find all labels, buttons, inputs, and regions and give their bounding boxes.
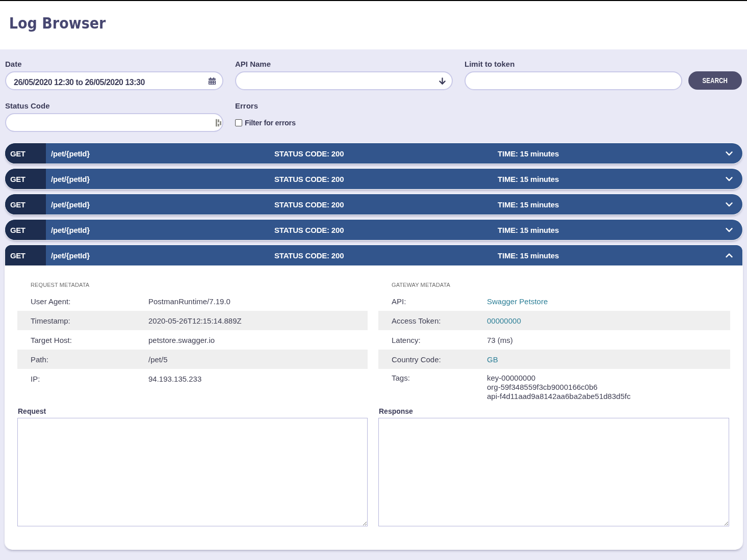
metadata-row: Timestamp:2020-05-26T12:15:14.889Z (17, 311, 368, 330)
request-body-field: Request (17, 408, 368, 528)
metadata-value-link[interactable]: 00000000 (487, 316, 730, 325)
response-body-textarea[interactable] (378, 418, 729, 526)
metadata-label: Path: (17, 355, 148, 364)
metadata-label: API: (378, 297, 487, 306)
log-path: /pet/{petId} (46, 220, 269, 240)
log-path: /pet/{petId} (46, 169, 269, 189)
metadata-value-link[interactable]: GB (487, 355, 730, 364)
date-field: Date (5, 61, 223, 90)
metadata-row: Access Token:00000000 (378, 311, 730, 330)
search-button[interactable]: SEARCH (688, 71, 742, 90)
log-status: STATUS CODE: 200 (269, 220, 493, 240)
log-status: STATUS CODE: 200 (269, 194, 493, 215)
log-item: GET /pet/{petId} STATUS CODE: 200 TIME: … (5, 245, 742, 549)
chevron-down-icon (726, 177, 733, 181)
metadata-value: 73 (ms) (487, 336, 730, 344)
page-header: Log Browser (0, 1, 747, 49)
metadata-value: 94.193.135.233 (148, 375, 368, 383)
log-row[interactable]: GET /pet/{petId} STATUS CODE: 200 TIME: … (5, 220, 742, 240)
method-badge: GET (5, 220, 46, 240)
method-badge: GET (5, 169, 46, 189)
log-status: STATUS CODE: 200 (269, 143, 493, 164)
arrow-down-icon[interactable] (439, 77, 446, 85)
date-input[interactable] (6, 72, 222, 89)
metadata-label: User Agent: (17, 297, 148, 306)
chevron-toggle[interactable] (716, 194, 742, 215)
gateway-metadata-title: GATEWAY METADATA (378, 278, 730, 291)
log-item: GET /pet/{petId} STATUS CODE: 200 TIME: … (5, 143, 742, 164)
chevron-toggle[interactable] (716, 220, 742, 240)
metadata-row: API:Swagger Petstore (378, 291, 730, 311)
log-row[interactable]: GET /pet/{petId} STATUS CODE: 200 TIME: … (5, 143, 742, 164)
status-code-input[interactable] (6, 114, 222, 131)
chevron-toggle[interactable] (716, 245, 742, 265)
chevron-toggle[interactable] (716, 143, 742, 164)
metadata-row: Target Host:petstore.swagger.io (17, 330, 368, 350)
metadata-row: Tags:key-00000000org-59f348559f3cb900016… (378, 369, 730, 404)
log-time: TIME: 15 minutes (493, 194, 716, 215)
limit-token-label: Limit to token (465, 61, 682, 67)
gateway-metadata-section: GATEWAY METADATA API:Swagger PetstoreAcc… (378, 278, 730, 404)
request-metadata-title: REQUEST METADATA (17, 278, 368, 291)
metadata-value: key-00000000org-59f348559f3cb9000166c0b6… (487, 374, 730, 401)
log-item: GET /pet/{petId} STATUS CODE: 200 TIME: … (5, 169, 742, 189)
filter-bar: Date (0, 49, 747, 132)
method-badge: GET (5, 143, 46, 164)
metadata-value: PostmanRuntime/7.19.0 (148, 297, 368, 306)
api-name-field: API Name (235, 61, 453, 90)
log-row[interactable]: GET /pet/{petId} STATUS CODE: 200 TIME: … (5, 194, 742, 215)
response-body-field: Response (378, 408, 729, 528)
method-badge: GET (5, 245, 46, 265)
method-badge: GET (5, 194, 46, 215)
status-code-label: Status Code (5, 102, 223, 109)
metadata-row: Latency:73 (ms) (378, 330, 730, 350)
chevron-down-icon (726, 228, 733, 232)
metadata-row: User Agent:PostmanRuntime/7.19.0 (17, 291, 368, 311)
chevron-down-icon (726, 202, 733, 207)
log-time: TIME: 15 minutes (493, 245, 716, 265)
log-detail-panel: REQUEST METADATA User Agent:PostmanRunti… (5, 265, 742, 549)
errors-label: Errors (235, 102, 296, 109)
chevron-up-icon (726, 253, 733, 258)
log-path: /pet/{petId} (46, 194, 269, 215)
api-name-input[interactable] (236, 72, 452, 89)
chevron-down-icon (726, 151, 733, 156)
log-path: /pet/{petId} (46, 245, 269, 265)
request-metadata-section: REQUEST METADATA User Agent:PostmanRunti… (17, 278, 368, 404)
metadata-label: IP: (17, 375, 148, 383)
filter-errors-checkbox[interactable] (235, 119, 242, 126)
request-body-textarea[interactable] (17, 418, 368, 526)
response-body-label: Response (378, 408, 729, 415)
page-title: Log Browser (8, 12, 666, 32)
metadata-label: Latency: (378, 336, 487, 344)
date-label: Date (5, 61, 223, 67)
filter-errors-checkbox-label: Filter for errors (245, 119, 296, 127)
metadata-value-link[interactable]: Swagger Petstore (487, 297, 730, 306)
log-time: TIME: 15 minutes (493, 143, 716, 164)
metadata-row: IP:94.193.135.233 (17, 369, 368, 388)
status-code-field: Status Code (5, 102, 223, 132)
log-item: GET /pet/{petId} STATUS CODE: 200 TIME: … (5, 194, 742, 215)
metadata-label: Country Code: (378, 355, 487, 364)
metadata-label: Timestamp: (17, 316, 148, 325)
log-time: TIME: 15 minutes (493, 169, 716, 189)
search-button-label: SEARCH (703, 76, 728, 85)
chevron-toggle[interactable] (716, 169, 742, 189)
log-path: /pet/{petId} (46, 143, 269, 164)
log-time: TIME: 15 minutes (493, 220, 716, 240)
bars-icon (216, 119, 221, 126)
metadata-label: Tags: (378, 374, 487, 382)
log-item: GET /pet/{petId} STATUS CODE: 200 TIME: … (5, 220, 742, 240)
api-name-label: API Name (235, 61, 453, 67)
errors-field: Errors Filter for errors (235, 102, 296, 132)
api-name-select[interactable] (235, 71, 453, 90)
log-status: STATUS CODE: 200 (269, 245, 493, 265)
log-row[interactable]: GET /pet/{petId} STATUS CODE: 200 TIME: … (5, 245, 742, 265)
limit-token-input[interactable] (466, 72, 681, 89)
metadata-row: Country Code:GB (378, 350, 730, 369)
log-status: STATUS CODE: 200 (269, 169, 493, 189)
log-row[interactable]: GET /pet/{petId} STATUS CODE: 200 TIME: … (5, 169, 742, 189)
metadata-label: Target Host: (17, 336, 148, 344)
calendar-icon[interactable] (209, 77, 216, 85)
metadata-value: 2020-05-26T12:15:14.889Z (148, 316, 368, 325)
